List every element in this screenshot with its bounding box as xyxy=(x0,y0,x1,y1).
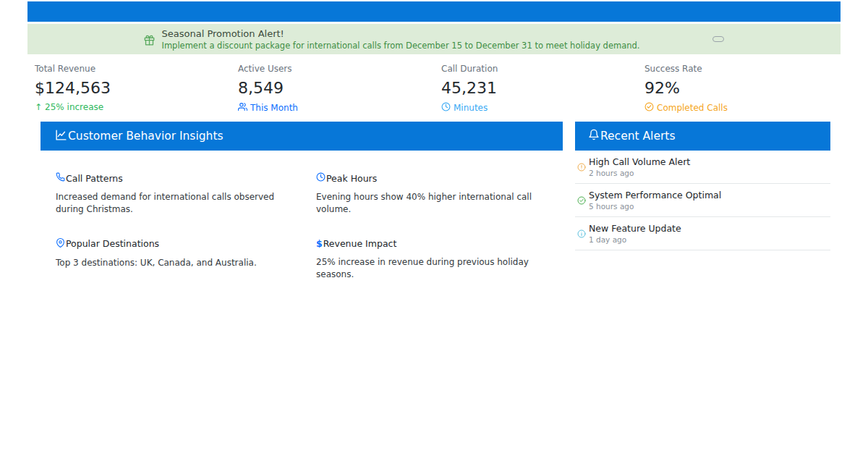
insight-body: Evening hours show 40% higher internatio… xyxy=(316,191,548,216)
promo-banner: Seasonal Promotion Alert! Implement a di… xyxy=(27,24,841,54)
insight-title: Peak Hours xyxy=(326,173,377,184)
stats-row: Total Revenue $124,563 ↑ 25% increase Ac… xyxy=(27,64,841,114)
stat-value: 92% xyxy=(644,79,841,97)
alert-time: 5 hours ago xyxy=(589,202,721,211)
stat-total-revenue: Total Revenue $124,563 ↑ 25% increase xyxy=(27,64,231,114)
alert-text: New Feature Update 1 day ago xyxy=(589,223,681,244)
insights-section: Customer Behavior Insights Call Patterns… xyxy=(41,122,563,296)
dashboard-page: Seasonal Promotion Alert! Implement a di… xyxy=(0,1,868,296)
stat-label: Call Duration xyxy=(441,64,637,74)
alert-text: System Performance Optimal 5 hours ago xyxy=(589,190,721,211)
insights-grid: Call Patterns Increased demand for inter… xyxy=(41,151,563,296)
stat-sub-label: Completed Calls xyxy=(657,103,728,113)
alert-time: 1 day ago xyxy=(589,235,681,244)
stat-sub-label: 25% increase xyxy=(45,102,103,112)
insight-title-row: Popular Destinations xyxy=(56,238,316,250)
insight-title-row: Peak Hours xyxy=(316,172,548,184)
alert-title: System Performance Optimal xyxy=(589,190,721,200)
stat-label: Success Rate xyxy=(644,64,841,74)
insights-header: Customer Behavior Insights xyxy=(41,122,563,151)
insight-peak-hours: Peak Hours Evening hours show 40% higher… xyxy=(316,172,548,216)
insight-title-row: $ Revenue Impact xyxy=(316,238,548,249)
map-pin-icon xyxy=(56,238,66,250)
alerts-list: High Call Volume Alert 2 hours ago Syste… xyxy=(575,151,830,250)
stat-value: 8,549 xyxy=(238,79,434,97)
insight-call-patterns: Call Patterns Increased demand for inter… xyxy=(56,172,316,216)
banner-dismiss-pill[interactable] xyxy=(712,36,724,42)
dollar-icon: $ xyxy=(316,238,323,249)
banner-text: Seasonal Promotion Alert! Implement a di… xyxy=(161,28,639,51)
insight-title: Call Patterns xyxy=(66,173,123,184)
arrow-up-icon: ↑ xyxy=(35,102,42,112)
insight-revenue-impact: $ Revenue Impact 25% increase in revenue… xyxy=(316,238,548,282)
alerts-title: Recent Alerts xyxy=(600,130,675,143)
banner-title: Seasonal Promotion Alert! xyxy=(161,28,639,39)
stat-sub: This Month xyxy=(238,102,434,114)
alert-item-new-feature[interactable]: New Feature Update 1 day ago xyxy=(575,217,830,250)
alert-title: High Call Volume Alert xyxy=(589,156,690,167)
stat-call-duration: Call Duration 45,231 Minutes xyxy=(434,64,637,114)
banner-message: Implement a discount package for interna… xyxy=(161,41,639,51)
clock-icon xyxy=(441,102,451,114)
insight-title: Revenue Impact xyxy=(323,238,397,249)
stat-sub-label: This Month xyxy=(250,103,298,113)
alert-success-icon xyxy=(577,194,586,208)
alert-time: 2 hours ago xyxy=(589,169,690,177)
phone-icon xyxy=(56,172,66,184)
clock-icon xyxy=(316,172,326,184)
stat-sub: Minutes xyxy=(441,102,637,114)
stat-label: Total Revenue xyxy=(35,64,231,74)
stat-sub-label: Minutes xyxy=(454,103,488,113)
stat-label: Active Users xyxy=(238,64,434,74)
insight-popular-destinations: Popular Destinations Top 3 destinations:… xyxy=(56,238,316,282)
bell-icon xyxy=(588,129,600,143)
app-header-bar xyxy=(27,1,841,22)
line-chart-icon xyxy=(55,129,68,144)
insights-title: Customer Behavior Insights xyxy=(68,130,224,143)
alert-info-icon xyxy=(577,227,586,241)
insight-body: 25% increase in revenue during previous … xyxy=(316,256,548,282)
check-circle-icon xyxy=(644,102,654,114)
alert-title: New Feature Update xyxy=(589,223,681,234)
alert-text: High Call Volume Alert 2 hours ago xyxy=(589,156,690,177)
insight-body: Increased demand for international calls… xyxy=(56,191,296,216)
stat-sub: Completed Calls xyxy=(644,102,841,114)
stat-sub: ↑ 25% increase xyxy=(35,102,231,112)
alert-item-system-performance[interactable]: System Performance Optimal 5 hours ago xyxy=(575,184,830,217)
alert-item-high-call-volume[interactable]: High Call Volume Alert 2 hours ago xyxy=(575,151,830,184)
stat-success-rate: Success Rate 92% Completed Calls xyxy=(637,64,841,114)
stat-active-users: Active Users 8,549 This Month xyxy=(231,64,434,114)
stat-value: $124,563 xyxy=(35,79,231,97)
main-row: Customer Behavior Insights Call Patterns… xyxy=(41,122,830,296)
insight-title: Popular Destinations xyxy=(66,238,159,249)
gift-icon xyxy=(144,35,155,48)
insight-body: Top 3 destinations: UK, Canada, and Aust… xyxy=(56,257,296,269)
alerts-panel: Recent Alerts High Call Volume Alert 2 h… xyxy=(575,122,830,296)
stat-value: 45,231 xyxy=(441,79,637,97)
insight-title-row: Call Patterns xyxy=(56,172,316,184)
alerts-header: Recent Alerts xyxy=(575,122,830,151)
alert-warning-icon xyxy=(577,161,586,174)
users-icon xyxy=(238,102,247,114)
